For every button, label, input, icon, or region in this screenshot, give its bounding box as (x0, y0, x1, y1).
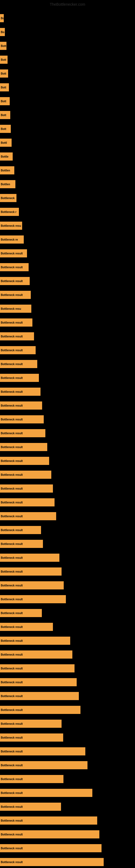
bar-item: Bott (0, 68, 8, 79)
bar-item: Bott (0, 124, 11, 134)
bottleneck-bar: Bottleneck result (0, 761, 87, 769)
bottleneck-bar: Bottleneck resu (0, 222, 22, 230)
bottleneck-bar: Bottleneck result (0, 637, 70, 645)
bar-item: Bottleneck result (0, 539, 43, 549)
bar-item: Bottleneck result (0, 594, 66, 604)
bar-item: Bottleneck result (0, 843, 101, 854)
bar-item: Bottleneck result (0, 345, 36, 355)
bottleneck-bar: Bottleneck result (0, 401, 42, 410)
bar-item: Bottleneck result (0, 414, 44, 425)
bottleneck-bar: Bott (0, 97, 10, 105)
bar-item: Bottleneck result (0, 373, 39, 383)
bottleneck-bar: Bottleneck result (0, 374, 39, 382)
bar-item: Bottleneck result (0, 636, 70, 646)
bottleneck-bar: Bott (0, 125, 11, 133)
bottleneck-bar: Bottleneck result (0, 858, 104, 866)
bar-item: Bott (0, 41, 6, 51)
bar-item: Bottleneck result (0, 497, 54, 507)
bottleneck-bar: Bottleneck result (0, 249, 27, 257)
bar-item: Bottlen (0, 179, 15, 189)
bottleneck-bar: Bottleneck result (0, 650, 72, 659)
bottleneck-bar: Bottleneck result (0, 429, 45, 437)
bottleneck-bar: Bottleneck result (0, 388, 41, 396)
bottleneck-bar: Bottleneck result (0, 291, 31, 299)
bottleneck-bar: Bottleneck result (0, 498, 54, 506)
bar-item: Bottleneck result (0, 760, 87, 770)
bottleneck-bar: Bottleneck result (0, 581, 64, 589)
bar-item: Bottleneck (0, 193, 16, 203)
bottleneck-bar: Bott (0, 111, 10, 119)
bar-item: Bo (0, 13, 4, 23)
bottleneck-bar: Bo (0, 28, 5, 36)
bar-item: Bottleneck result (0, 400, 42, 411)
bar-item: Bottleneck result (0, 248, 27, 258)
bottleneck-bar: Bottleneck result (0, 360, 37, 368)
bottleneck-bar: Bott (0, 42, 6, 50)
bar-item: Bottleneck result (0, 691, 79, 701)
bar-item: Bottleneck result (0, 788, 92, 798)
bar-item: Bott (0, 82, 9, 93)
bar-item: Bottleneck result (0, 649, 72, 660)
bar-item: Bo (0, 27, 5, 37)
bar-item: Bottleneck resu (0, 220, 22, 231)
bottleneck-bar: Bottleneck result (0, 678, 77, 686)
bottleneck-bar: Bottleneck result (0, 734, 63, 742)
bottleneck-bar: Bo (0, 14, 4, 22)
bar-item: Bottleneck result (0, 608, 42, 618)
bottleneck-bar: Bottleneck result (0, 816, 97, 825)
bar-item: Bottleneck result (0, 262, 29, 272)
bar-item: Bott (0, 55, 8, 65)
bottleneck-bar: Bott (0, 83, 9, 91)
bar-item: Bottl (0, 137, 12, 148)
bottleneck-bar: Bottleneck result (0, 609, 42, 617)
bottleneck-bar: Bottleneck result (0, 277, 30, 285)
bar-item: Bottleneck result (0, 733, 63, 743)
bottleneck-bar: Bottleneck resu (0, 305, 31, 313)
bar-item: Bott (0, 110, 10, 120)
bar-item: Bottleneck resu (0, 304, 31, 314)
bottleneck-bar: Bottleneck result (0, 512, 56, 520)
bar-item: Bottleneck result (0, 857, 104, 867)
bar-item: Bottleneck result (0, 677, 77, 687)
bottleneck-bar: Bottleneck result (0, 720, 61, 728)
bottleneck-bar: Bottleneck result (0, 346, 36, 354)
bar-item: Bottleneck result (0, 829, 99, 839)
bar-item: Bottleneck result (0, 359, 37, 369)
bottleneck-bar: Bottleneck result (0, 471, 51, 479)
bar-item: Bottleneck result (0, 746, 85, 756)
bar-item: Bottleneck result (0, 802, 61, 812)
bottleneck-bar: Bottleneck result (0, 332, 34, 340)
bottleneck-bar: Bottlen (0, 166, 14, 175)
bottleneck-bar: Bottleneck result (0, 485, 53, 493)
bottleneck-bar: Bottleneck result (0, 457, 49, 465)
bottleneck-bar: Bott (0, 56, 8, 64)
bar-item: Bottleneck result (0, 456, 49, 466)
bar-item: Bottleneck result (0, 484, 53, 494)
bottleneck-bar: Bottleneck result (0, 830, 99, 838)
bar-item: Bottleneck result (0, 718, 61, 729)
bar-item: Bottleneck result (0, 525, 41, 535)
bottleneck-bar: Bottleneck result (0, 803, 61, 811)
bar-item: Bottleneck result (0, 331, 34, 341)
bottleneck-bar: Bottleneck result (0, 595, 66, 603)
bottleneck-bar: Bottleneck re (0, 236, 24, 244)
bottleneck-bar: Bottleneck result (0, 844, 101, 852)
bottleneck-bar: Bottleneck result (0, 318, 32, 327)
bottleneck-bar: Bottl (0, 138, 12, 147)
bottleneck-bar: Bottleneck result (0, 263, 29, 271)
bottleneck-bar: Bottleneck r (0, 208, 19, 216)
bottleneck-bar: Bott (0, 69, 8, 78)
bar-item: Bottleneck result (0, 386, 41, 397)
bottleneck-bar: Bottle (0, 152, 13, 161)
bottleneck-bar: Bottleneck (0, 194, 16, 202)
bar-item: Bottlen (0, 165, 14, 176)
site-title: TheBottlenecker.com (0, 0, 135, 8)
bar-item: Bottleneck result (0, 276, 30, 286)
bar-item: Bottleneck result (0, 428, 45, 438)
bottleneck-bar: Bottleneck result (0, 775, 63, 783)
bar-item: Bottleneck result (0, 511, 56, 521)
bottleneck-bar: Bottleneck result (0, 692, 79, 700)
bottleneck-bar: Bottleneck result (0, 664, 75, 673)
bottleneck-bar: Bottleneck result (0, 789, 92, 797)
bar-item: Bottleneck result (0, 622, 53, 632)
